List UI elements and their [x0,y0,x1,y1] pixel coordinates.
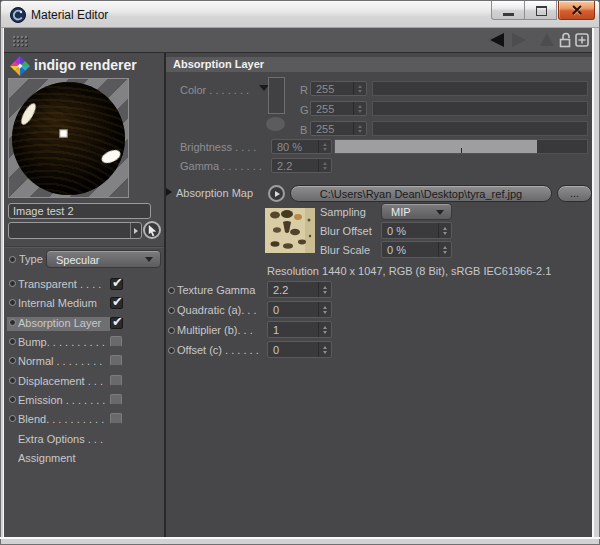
quadratic-spinner[interactable] [318,302,331,317]
type-option-dot[interactable] [9,256,16,263]
chevron-down-icon [145,257,153,262]
checkbox-unchecked[interactable] [110,355,122,366]
g-slider[interactable] [372,101,588,116]
multiplier-field[interactable]: 1 [267,321,332,338]
r-slider[interactable] [372,81,588,96]
type-value: Specular [56,254,99,267]
panel-header: Absorption Layer [166,57,592,72]
multiplier-dot[interactable] [168,327,175,334]
brightness-spinner[interactable] [318,140,331,153]
texture-gamma-spinner[interactable] [318,282,331,297]
checkbox-unchecked[interactable] [110,336,122,347]
browse-button[interactable]: ... [557,185,592,202]
checkbox-checked[interactable] [110,317,123,329]
sidebar-divider [4,246,164,247]
assignment-item[interactable]: Assignment [7,452,161,466]
channel-transparent[interactable]: Transparent . . . . [7,278,161,292]
channel-bump[interactable]: Bump. . . . . . . . . . [7,336,161,350]
quadratic-field[interactable]: 0 [267,301,332,318]
window-title: Material Editor [31,8,108,22]
absorption-map-expander-icon[interactable] [166,188,172,196]
checkbox-checked[interactable] [110,297,123,309]
multiplier-spinner[interactable] [318,322,331,337]
brightness-field[interactable]: 80 % [271,139,332,154]
gamma-field[interactable]: 2.2 [271,158,332,173]
brightness-slider[interactable] [334,139,588,154]
maximize-button[interactable] [524,1,557,20]
quadratic-dot[interactable] [168,307,175,314]
color-label: Color . . . . . . . [180,84,249,96]
shader-link-field[interactable] [8,222,142,239]
cursor-icon [146,224,159,237]
drag-grip-icon[interactable] [12,35,28,47]
type-dropdown[interactable]: Specular [46,250,161,268]
offset-spinner[interactable] [318,342,331,357]
brightness-label: Brightness . . . . [180,141,256,153]
lock-icon[interactable] [559,32,572,48]
back-icon[interactable] [490,33,504,47]
absorption-map-path-button[interactable]: C:\Users\Ryan Dean\Desktop\tyra_ref.jpg [290,185,552,202]
extra-options-item[interactable]: Extra Options . . . [7,433,161,447]
maximize-icon [536,6,547,16]
offset-field[interactable]: 0 [267,341,332,358]
g-field[interactable]: 255 [310,101,367,116]
pick-object-button[interactable] [143,221,161,239]
color-swatch[interactable] [268,77,285,114]
quadratic-label: Quadratic (a). . . [177,304,256,316]
channel-emission[interactable]: Emission . . . . . . . [7,394,161,408]
checkbox-unchecked[interactable] [110,413,122,424]
texture-gamma-dot[interactable] [168,287,175,294]
blur-scale-spinner[interactable] [438,242,451,257]
blur-scale-label: Blur Scale [320,244,370,256]
material-editor-window: Material Editor [0,0,600,545]
play-icon [275,191,280,197]
color-wheel-button[interactable] [266,117,285,131]
b-slider[interactable] [372,121,588,136]
sampling-dropdown[interactable]: MIP [381,203,452,220]
b-label: B [300,124,307,136]
texture-thumbnail[interactable] [265,208,315,253]
r-label: R [300,84,308,96]
brand-name: indigo renderer [34,57,137,73]
close-button[interactable] [558,1,595,20]
sidebar: indigo renderer Image test 2 Type Specul… [4,53,164,537]
r-field[interactable]: 255 [310,81,367,96]
absorption-map-label: Absorption Map [176,187,253,199]
channel-internal-medium[interactable]: Internal Medium [7,297,161,311]
shader-link-arrow-button[interactable] [130,223,142,238]
material-name-input[interactable]: Image test 2 [8,203,151,219]
texture-gamma-label: Texture Gamma [177,284,255,296]
app-icon [10,7,26,23]
r-spinner[interactable] [353,82,366,95]
g-spinner[interactable] [353,102,366,115]
blur-offset-spinner[interactable] [438,223,451,238]
b-field[interactable]: 255 [310,121,367,136]
channel-displacement[interactable]: Displacement . . . [7,375,161,389]
up-icon[interactable] [540,33,554,46]
multiplier-label: Multiplier (b). . . [177,324,253,336]
brightness-slider-fill [335,140,537,153]
channel-absorption-layer[interactable]: Absorption Layer [7,317,110,331]
checkbox-unchecked[interactable] [110,394,122,405]
blur-scale-field[interactable]: 0 % [381,241,452,258]
blur-offset-field[interactable]: 0 % [381,222,452,239]
offset-label: Offset (c) . . . . . . [177,344,259,356]
window-titlebar[interactable]: Material Editor [0,0,600,28]
checkbox-unchecked[interactable] [110,375,122,386]
chevron-down-icon [436,210,444,215]
type-label: Type [19,253,43,265]
b-spinner[interactable] [353,122,366,135]
absorption-map-menu-button[interactable] [268,185,285,202]
offset-dot[interactable] [168,347,175,354]
checkbox-checked[interactable] [110,278,123,290]
toolbar [4,28,592,53]
channel-blend[interactable]: Blend. . . . . . . . . . [7,413,161,427]
texture-gamma-field[interactable]: 2.2 [267,281,332,298]
forward-icon[interactable] [512,33,526,47]
gamma-spinner[interactable] [318,159,331,172]
brightness-slider-tick [461,148,462,153]
material-preview[interactable] [8,78,129,198]
add-icon[interactable] [575,33,589,47]
minimize-button[interactable] [491,1,525,20]
channel-normal[interactable]: Normal . . . . . . . . [7,355,161,369]
